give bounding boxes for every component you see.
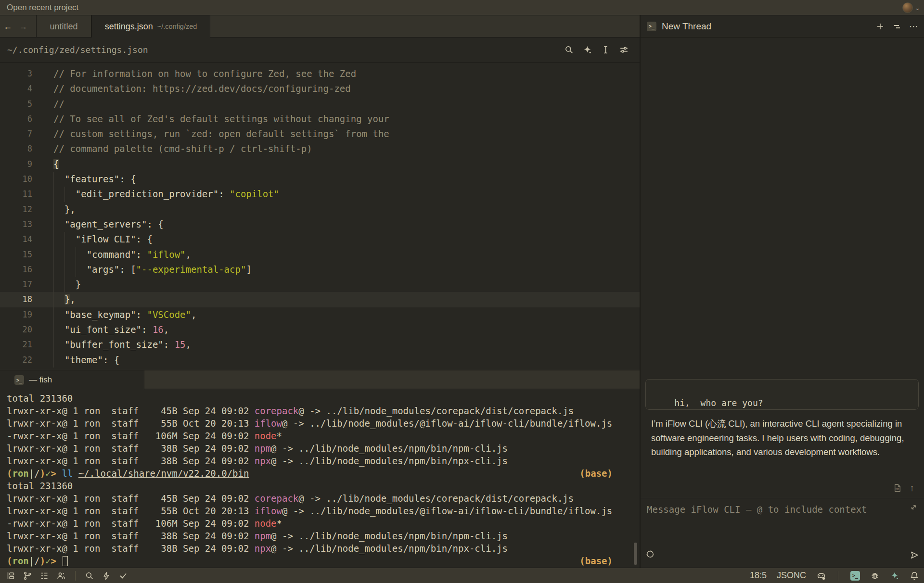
- code-line[interactable]: 9{: [0, 157, 640, 172]
- code-text: },: [53, 292, 76, 307]
- code-text: // To see all of Zed's default settings …: [53, 112, 389, 127]
- code-text: "features": {: [53, 172, 136, 187]
- terminal-cursor: [63, 556, 68, 566]
- line-number: 7: [0, 127, 32, 141]
- chevron-down-icon[interactable]: ⌄: [915, 4, 920, 12]
- terminal-line: (ron|/)✓> (base): [7, 555, 640, 567]
- code-text: // custom settings, run `zed: open defau…: [53, 127, 389, 141]
- code-text: // For information on how to configure Z…: [53, 66, 356, 81]
- code-line[interactable]: 17 }: [0, 277, 640, 292]
- code-line[interactable]: 3// For information on how to configure …: [0, 66, 640, 81]
- breadcrumb[interactable]: ~/.config/zed/settings.json: [7, 45, 148, 55]
- code-text: "theme": {: [53, 353, 119, 368]
- code-text: "args": ["--experimental-acp"]: [53, 262, 252, 277]
- message-composer[interactable]: Message iFlow CLI — @ to include context: [641, 498, 924, 568]
- outline-panel-icon[interactable]: [39, 571, 49, 581]
- git-branch-icon[interactable]: [23, 571, 32, 581]
- line-number: 6: [0, 112, 32, 127]
- assistant-reply: I’m iFlow CLI (心流 CLI), an interactive C…: [651, 417, 921, 459]
- workspace: ← → untitled settings.json ~/.config/zed…: [0, 15, 640, 568]
- code-line[interactable]: 6// To see all of Zed's default settings…: [0, 112, 640, 127]
- line-number: 12: [0, 202, 32, 217]
- more-options-icon[interactable]: ⋯: [909, 21, 918, 32]
- code-line[interactable]: 21 "buffer_font_size": 15,: [0, 337, 640, 352]
- line-number: 3: [0, 66, 32, 81]
- follow-agent-icon[interactable]: [645, 549, 655, 561]
- line-number: 5: [0, 97, 32, 112]
- navigate-back-button[interactable]: ←: [0, 22, 15, 32]
- terminal-line: lrwxr-xr-x@ 1 ron staff 38B Sep 24 09:02…: [7, 530, 640, 542]
- code-text: {: [53, 157, 59, 172]
- code-text: "agent_servers": {: [53, 217, 164, 232]
- line-number: 11: [0, 187, 32, 202]
- markdown-copy-icon[interactable]: MD: [893, 483, 902, 493]
- buffer-search-icon[interactable]: [564, 45, 574, 55]
- inline-assist-sparkle-icon[interactable]: [582, 45, 592, 55]
- terminal-panel-toggle-icon[interactable]: >_: [850, 571, 860, 581]
- code-text: "buffer_font_size": 15,: [53, 337, 191, 352]
- ai-sparkle-icon[interactable]: [890, 571, 899, 581]
- code-line[interactable]: 16 "args": ["--experimental-acp"]: [0, 262, 640, 277]
- line-number: 13: [0, 217, 32, 232]
- tab-path: ~/.config/zed: [157, 23, 197, 30]
- check-icon[interactable]: [118, 571, 128, 581]
- notification-bell-icon[interactable]: [910, 571, 919, 581]
- expand-composer-icon[interactable]: [910, 503, 918, 513]
- code-line[interactable]: 20 "ui_font_size": 16,: [0, 322, 640, 337]
- code-line[interactable]: 12 },: [0, 202, 640, 217]
- diagnostics-zap-icon[interactable]: [102, 571, 111, 581]
- code-editor[interactable]: 3// For information on how to configure …: [0, 63, 640, 370]
- copilot-icon[interactable]: [816, 571, 826, 581]
- open-recent-project-button[interactable]: Open recent project: [7, 3, 78, 13]
- tab-untitled[interactable]: untitled: [36, 15, 91, 38]
- cursor-position[interactable]: 18:5: [750, 570, 767, 581]
- code-line[interactable]: 19 "base_keymap": "VSCode",: [0, 307, 640, 322]
- line-number: 22: [0, 353, 32, 368]
- agent-panel: >_ New Thread ⋯ hi, who are you? I’m iFl…: [641, 15, 924, 568]
- code-line[interactable]: 13 "agent_servers": {: [0, 217, 640, 232]
- terminal-line: -rwxr-xr-x@ 1 ron staff 106M Sep 24 09:0…: [7, 517, 640, 530]
- editor-settings-sliders-icon[interactable]: [619, 45, 629, 55]
- terminal-line: lrwxr-xr-x@ 1 ron staff 45B Sep 24 09:02…: [7, 405, 640, 417]
- search-icon[interactable]: [85, 571, 94, 581]
- editor-toolbar: ~/.config/zed/settings.json: [0, 38, 640, 63]
- code-line[interactable]: 22 "theme": {: [0, 353, 640, 368]
- scroll-to-top-icon[interactable]: ↑: [910, 483, 915, 494]
- new-thread-plus-icon[interactable]: [875, 22, 885, 31]
- text-cursor-icon[interactable]: [601, 45, 611, 55]
- code-line[interactable]: 10 "features": {: [0, 172, 640, 187]
- navigate-forward-button[interactable]: →: [15, 22, 31, 32]
- code-line[interactable]: 18 },: [0, 292, 640, 307]
- code-line[interactable]: 5//: [0, 97, 640, 112]
- terminal-scrollbar[interactable]: [634, 543, 637, 565]
- code-line[interactable]: 14 "iFlow CLI": {: [0, 232, 640, 247]
- code-line[interactable]: 8// command palette (cmd-shift-p / ctrl-…: [0, 141, 640, 156]
- code-text: "base_keymap": "VSCode",: [53, 307, 196, 322]
- code-line[interactable]: 4// documentation: https://zed.dev/docs/…: [0, 81, 640, 96]
- conda-env-badge: (base): [579, 467, 613, 480]
- code-line[interactable]: 11 "edit_prediction_provider": "copilot": [0, 187, 640, 202]
- line-number: 20: [0, 322, 32, 337]
- debug-bug-icon[interactable]: [870, 571, 880, 581]
- svg-text:MD: MD: [895, 488, 898, 491]
- line-number: 21: [0, 337, 32, 352]
- tab-settings-json[interactable]: settings.json ~/.config/zed: [91, 15, 210, 38]
- language-selector[interactable]: JSONC: [777, 570, 806, 581]
- line-number: 8: [0, 141, 32, 156]
- send-message-icon[interactable]: [910, 550, 919, 562]
- code-line[interactable]: 7// custom settings, run `zed: open defa…: [0, 127, 640, 141]
- collaboration-icon[interactable]: [56, 571, 66, 581]
- composer-placeholder: Message iFlow CLI — @ to include context: [647, 504, 867, 515]
- thread-history-icon[interactable]: [892, 22, 902, 31]
- code-text: }: [53, 277, 81, 292]
- line-number: 16: [0, 262, 32, 277]
- terminal[interactable]: total 231360lrwxr-xr-x@ 1 ron staff 45B …: [0, 389, 640, 568]
- code-text: //: [53, 97, 64, 112]
- project-panel-icon[interactable]: [6, 571, 15, 581]
- user-avatar[interactable]: [902, 2, 913, 13]
- code-line[interactable]: 15 "command": "iflow",: [0, 247, 640, 262]
- tab-label: settings.json: [105, 22, 153, 32]
- statusbar-divider: [838, 571, 838, 581]
- user-message[interactable]: hi, who are you?: [645, 379, 919, 410]
- terminal-tab-fish[interactable]: >_ — fish: [0, 370, 144, 390]
